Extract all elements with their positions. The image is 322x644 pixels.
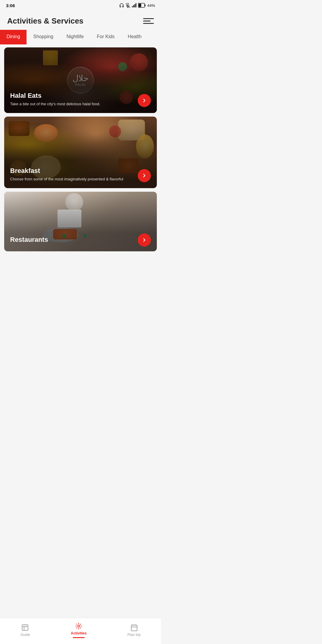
card-halal-arrow[interactable] [138,94,151,107]
card-breakfast-content: Breakfast Choose from some of the most i… [10,167,136,182]
tab-nightlife[interactable]: Nightlife [60,30,90,44]
card-halal-title: Halal Eats [10,92,136,100]
card-halal-eats[interactable]: حلال HALAL Halal Eats Take a bite out of… [4,47,157,113]
tab-dining[interactable]: Dining [0,30,27,44]
tab-shopping[interactable]: Shopping [27,30,60,44]
card-restaurants-content: Restaurants [10,236,136,245]
status-bar: 3:06 44% [0,0,161,11]
svg-rect-8 [145,4,145,6]
mute-icon [126,3,130,8]
card-list: حلال HALAL Halal Eats Take a bite out of… [0,44,161,254]
status-icons: 44% [119,3,155,8]
signal-icon [132,3,137,8]
tab-bar: Dining Shopping Nightlife For Kids Healt… [0,30,161,44]
battery-icon [138,3,146,8]
card-breakfast[interactable]: Breakfast Choose from some of the most i… [4,117,157,188]
card-breakfast-arrow[interactable] [138,169,151,182]
tab-for-kids[interactable]: For Kids [90,30,121,44]
svg-rect-5 [134,4,135,7]
svg-rect-3 [132,6,133,7]
card-halal-desc: Take a bite out of the city's most delic… [10,101,136,107]
card-halal-content: Halal Eats Take a bite out of the city's… [10,92,136,107]
status-time: 3:06 [6,3,15,8]
card-restaurants-title: Restaurants [10,236,136,244]
header: Activities & Services [0,11,161,30]
svg-rect-6 [136,3,137,7]
battery-percent: 44% [147,3,155,8]
svg-rect-4 [133,5,134,7]
card-breakfast-desc: Choose from some of the most imaginative… [10,177,136,182]
content-wrapper: حلال HALAL Halal Eats Take a bite out of… [0,44,161,281]
menu-button[interactable] [143,16,154,26]
page-title: Activities & Services [7,16,83,26]
card-restaurants[interactable]: Restaurants [4,192,157,251]
tab-health[interactable]: Health [121,30,148,44]
card-restaurants-arrow[interactable] [138,233,151,247]
headphone-icon [119,3,124,8]
svg-rect-9 [138,4,141,7]
card-breakfast-title: Breakfast [10,167,136,175]
